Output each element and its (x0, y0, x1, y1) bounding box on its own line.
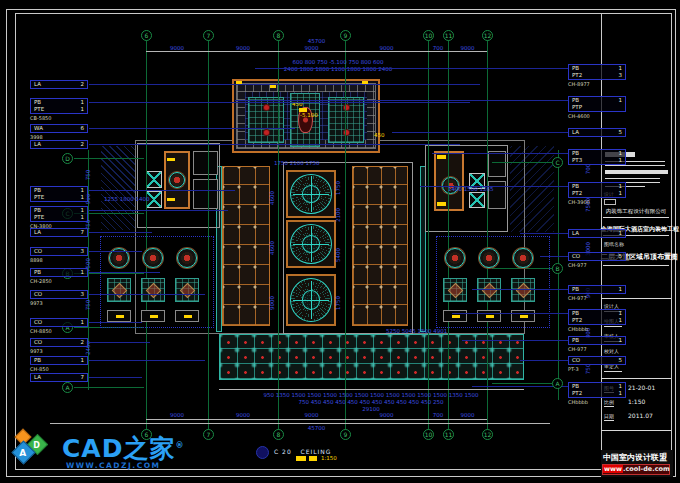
registered-mark: ® (175, 441, 184, 450)
tag-row: PB1 (31, 269, 87, 276)
tag-sub-code: PT-3 (568, 366, 579, 372)
service-room (488, 151, 506, 177)
tag-row: PB1 (569, 65, 625, 72)
tag-sub-code: CB-5850 (30, 115, 51, 121)
coffer-ornament (112, 283, 128, 299)
grid-bubble-right: C (552, 157, 563, 168)
tag-leader-line (89, 144, 460, 145)
ceiling-finish-tag: PB1PT21 (568, 182, 626, 198)
dim-label: 9000 (345, 45, 428, 51)
dim-vertical: 4600 (269, 183, 275, 213)
ceiling-finish-tag: CO3 (30, 290, 88, 299)
grid-line-horizontal (492, 162, 552, 163)
tag-leader-line (89, 322, 142, 323)
plan-dim-text: 5250 5045 1500 4901 (386, 328, 447, 334)
titleblock-separator (601, 378, 671, 379)
wing-coffer (107, 278, 131, 302)
panel-highlight-chip (184, 315, 192, 318)
dim-label: 9000 (208, 412, 278, 418)
dim-line (146, 51, 487, 52)
tag-row: PT21 (569, 390, 625, 397)
tag-sub-code: CH-8977 (568, 81, 590, 87)
ceiling-finish-tag: CO5 (568, 356, 626, 365)
cadzj-title: CAD之家® (62, 433, 184, 462)
tb-field-label: 校对人 (604, 348, 619, 354)
tag-row: LA2 (31, 81, 87, 88)
dim-line (219, 389, 524, 390)
tag-row: PT31 (569, 157, 625, 164)
ceiling-finish-tag: LA2 (30, 80, 88, 89)
ceiling-finish-tag: CO3 (30, 247, 88, 256)
tag-leader-line (89, 251, 142, 252)
drawing-scale: 1:150 (321, 455, 337, 461)
tag-leader-line (540, 256, 568, 257)
dim-label: 9000 (208, 45, 278, 51)
tag-sub-code: CH-4600 (568, 113, 590, 119)
ceiling-finish-tag: CO1 (30, 318, 88, 327)
dome-crosshair-v (311, 281, 312, 319)
ceiling-fan-medallion (143, 248, 163, 268)
highlight-chip (167, 198, 175, 201)
highlight-chip (167, 158, 175, 161)
elevator-shaft (469, 192, 485, 208)
tag-leader-line (89, 84, 480, 85)
tag-row: WA6 (31, 125, 87, 132)
grid-bubble-bottom: 10 (423, 429, 434, 440)
cadzj-watermark: D A CAD之家® WWW.CADZJ.COM (14, 428, 234, 476)
highlight-chip (270, 85, 276, 88)
tag-leader-line (89, 377, 142, 378)
tag-sub-code: CH-977 (568, 346, 587, 352)
dim-vertical: 5400 (335, 240, 341, 270)
grid-bubble-left: D (62, 153, 73, 164)
highlight-chip (437, 155, 446, 159)
panel-bay-right (328, 97, 364, 143)
tag-row: PB1 (569, 310, 625, 317)
ceiling-finish-tag: CO2 (30, 338, 88, 347)
dim-vertical: 2100 (335, 200, 341, 230)
tag-leader-line (420, 186, 568, 187)
tb-number-value: 1:150 (628, 398, 645, 405)
grid-bubble-bottom: 12 (482, 429, 493, 440)
tag-leader-line (432, 153, 568, 154)
tag-row: PTP (569, 104, 625, 111)
grid-line-horizontal (74, 158, 144, 159)
dim-vertical: 1750 (335, 173, 341, 203)
tag-leader-line (392, 132, 568, 133)
dome-ceiling-1 (286, 170, 336, 218)
ceiling-finish-tag: PB1PT21 (568, 382, 626, 398)
tb-field-underline (604, 326, 622, 327)
ceiling-finish-tag: PB1 (568, 336, 626, 345)
dim-small-row: 750 450 450 450 450 450 450 450 450 450 … (215, 399, 527, 405)
titleblock-separator (601, 430, 671, 431)
coffer-ornament (180, 283, 196, 299)
ceiling-medallion (169, 172, 185, 188)
ceiling-finish-tag: PB1 (568, 285, 626, 294)
grid-bubble-top: 7 (203, 30, 214, 41)
tag-leader-line (235, 100, 568, 101)
coolde-domain: .cool-de.com (623, 465, 670, 473)
titleblock-divider (601, 13, 602, 469)
elevator-shaft (146, 171, 162, 188)
dim-label: 9000 (146, 412, 208, 418)
dome-crosshair-v (311, 226, 312, 261)
tag-row: PB1 (569, 383, 625, 390)
dim-overall-bottom: 45700 (146, 425, 487, 431)
ceiling-finish-tag: PB1 (30, 356, 88, 365)
tag-row: PTE1 (31, 106, 87, 113)
coffer-ornament (516, 283, 532, 299)
ceiling-finish-tag: LA1 (568, 229, 626, 238)
tag-row: CO3 (31, 291, 87, 298)
tag-row: CO1 (31, 319, 87, 326)
service-room (193, 179, 218, 209)
grid-bubble-top: 8 (273, 30, 284, 41)
dim-overall-top: 45700 (146, 38, 487, 44)
ceiling-finish-tag: PB1PT23 (568, 64, 626, 80)
titleblock-company: 内装饰工程设计有限公司 (601, 208, 671, 215)
tag-row: CO5 (569, 253, 625, 260)
tag-sub-code: CHbbbb (568, 399, 588, 405)
grid-bubble-bottom: 6 (141, 429, 152, 440)
cad-viewport: C 20 CEILING 1:150 设计 内装饰工程设计有限公司 金海国际大酒… (0, 0, 680, 483)
ceiling-finish-tag: PB1PTP (568, 96, 626, 112)
dim-label: 9000 (278, 412, 345, 418)
dim-label: 700 (428, 45, 448, 51)
